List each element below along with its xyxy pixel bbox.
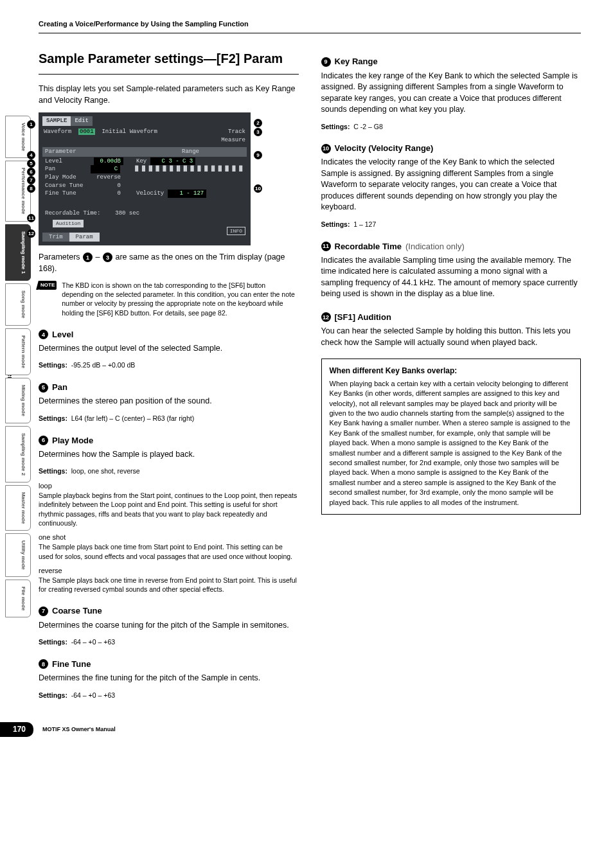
param-12-num: 12: [321, 312, 331, 322]
mode-tab-song[interactable]: Song mode: [5, 283, 31, 326]
callout-12: 12: [27, 229, 35, 238]
callout-11: 11: [27, 214, 35, 222]
lcd-pan-value: C: [91, 165, 120, 173]
param-12-title: [SF1] Audition: [335, 312, 391, 323]
lcd-fine-value: 0: [94, 190, 123, 198]
param-4-num: 4: [39, 330, 48, 339]
info-box-text: When playing back a certain key with a c…: [330, 379, 573, 508]
note-label: NOTE: [39, 281, 57, 290]
param-6-sub-0-h: loop: [39, 481, 299, 491]
callout-4: 4: [27, 151, 35, 159]
param-11-title: Recordable Time: [335, 241, 402, 252]
footer-label: MOTIF XS Owner's Manual: [42, 725, 116, 734]
param-12-body: You can hear the selected Sample by hold…: [321, 326, 582, 348]
callout-8: 8: [27, 184, 35, 193]
callout-2: 2: [254, 119, 262, 127]
lcd-coarse-label: Coarse Tune: [45, 182, 90, 190]
lcd-screenshot: 1 2 3 4 5 6 7 8 9 10 11 12 SAMPLE Edit W…: [39, 112, 251, 245]
lcd-key-label: Key: [136, 157, 147, 166]
mode-tab-file[interactable]: File mode: [5, 580, 31, 617]
param-9-title: Key Range: [335, 56, 378, 67]
lcd-rectime-value: 380 sec: [115, 209, 139, 218]
param-9-num: 9: [321, 57, 331, 67]
lcd-key-value: C 3 - C 3: [150, 157, 195, 166]
param-6-body: Determines how the Sample is played back…: [39, 449, 299, 461]
lcd-velocity-value: 1 - 127: [168, 190, 206, 198]
param-7-body: Determines the coarse tuning for the pit…: [39, 620, 299, 632]
trim-reference-text: Parameters 1 – 3 are same as the ones on…: [39, 252, 299, 274]
mode-tab-pattern[interactable]: Pattern mode: [5, 328, 31, 375]
lcd-tab-sample: SAMPLE: [42, 116, 71, 126]
lcd-fine-label: Fine Tune: [45, 190, 90, 198]
param-8-num: 8: [39, 659, 48, 669]
callout-6: 6: [27, 168, 35, 176]
param-8-title: Fine Tune: [52, 659, 91, 670]
lcd-waveform-label: Waveform: [44, 128, 71, 135]
lcd-rectime-label: Recordable Time:: [45, 209, 100, 218]
param-7-settings: -64 – +0 – +63: [71, 638, 115, 646]
param-4-body: Determines the output level of the selec…: [39, 343, 299, 355]
param-7-title: Coarse Tune: [52, 605, 102, 617]
param-9-settings: C -2 – G8: [353, 123, 383, 130]
callout-10: 10: [254, 184, 262, 193]
param-6-title: Play Mode: [52, 435, 93, 447]
param-8-settings: -64 – +0 – +63: [71, 691, 115, 699]
param-4-title: Level: [52, 329, 73, 341]
lcd-velocity-label: Velocity: [136, 190, 164, 198]
param-11-body: Indicates the available Sampling time us…: [321, 255, 582, 300]
param-9-body: Indicates the key range of the Key Bank …: [321, 71, 582, 116]
lcd-level-label: Level: [45, 157, 90, 166]
param-11-note: (Indication only): [405, 241, 465, 252]
param-5-num: 5: [39, 383, 48, 393]
lcd-bottom-tab-param: Param: [69, 233, 100, 242]
mode-tab-sampling2[interactable]: Sampling mode 2: [5, 426, 31, 483]
callout-1: 1: [27, 120, 35, 128]
callout-9: 9: [254, 151, 262, 159]
lcd-tab-edit: Edit: [71, 116, 93, 126]
param-6-settings: loop, one shot, reverse: [71, 467, 140, 475]
lcd-measure-label: Measure: [221, 137, 245, 143]
page-number: 170: [0, 722, 33, 737]
param-6-sub-1-t: The Sample plays back one time from Star…: [39, 542, 299, 560]
param-6-num: 6: [39, 436, 48, 445]
lcd-parameter-header: Parameter: [45, 148, 76, 156]
lcd-keyboard-graphic: ▐▌▐▌▐▌▐▌▐▌▐▌▐▌▐▌▐▌▐▌▐▌▐▌▐▌▐▌▐▌▐▌: [133, 165, 244, 173]
note-text: The KBD icon is shown on the tab corresp…: [62, 281, 298, 317]
section-title: Sample Parameter settings—[F2] Param: [39, 49, 299, 67]
param-6-sub-0-t: Sample playback begins from the Start po…: [39, 491, 299, 527]
param-10-title: Velocity (Velocity Range): [335, 143, 434, 154]
lcd-waveform-name: Initial Waveform: [102, 128, 157, 135]
param-5-settings: L64 (far left) – C (center) – R63 (far r…: [71, 414, 194, 422]
param-4-settings: -95.25 dB – +0.00 dB: [71, 361, 136, 369]
lcd-range-header: Range: [182, 148, 199, 156]
key-bank-info-box: When different Key Banks overlap: When p…: [321, 359, 582, 515]
lcd-bottom-tab-trim: Trim: [42, 233, 69, 242]
lcd-pan-label: Pan: [45, 165, 87, 173]
lcd-info-button: INFO: [227, 227, 245, 235]
param-10-body: Indicates the velocity range of the Key …: [321, 157, 582, 213]
param-8-body: Determines the fine tuning for the pitch…: [39, 673, 299, 684]
param-10-num: 10: [321, 144, 331, 154]
param-11-num: 11: [321, 242, 331, 251]
callout-3: 3: [254, 128, 262, 136]
param-5-title: Pan: [52, 382, 67, 393]
param-7-num: 7: [39, 607, 48, 616]
lcd-playmode-label: Play Mode: [45, 173, 90, 182]
info-box-heading: When different Key Banks overlap:: [330, 366, 573, 376]
lcd-coarse-value: 0: [94, 182, 123, 190]
mode-side-tabs: Voice mode Performance mode Sampling mod…: [5, 116, 31, 617]
lcd-playmode-value: reverse: [94, 173, 123, 182]
mode-tab-mixing[interactable]: Mixing mode: [5, 378, 31, 423]
param-6-sub-2-h: reverse: [39, 566, 299, 576]
param-5-body: Determines the stereo pan position of th…: [39, 396, 299, 407]
mode-tab-master[interactable]: Master mode: [5, 485, 31, 531]
lcd-audition-button: Audition: [53, 220, 84, 227]
callout-5: 5: [27, 159, 35, 168]
lcd-waveform-num: 0001: [78, 128, 95, 135]
lcd-track-label: Track: [228, 128, 245, 135]
callout-7: 7: [27, 176, 35, 184]
intro-text: This display lets you set Sample-related…: [39, 84, 299, 106]
page-header: Creating a Voice/Performance by Using th…: [39, 19, 581, 33]
lcd-level-value: 0.00dB: [94, 157, 123, 166]
mode-tab-utility[interactable]: Utility mode: [5, 533, 31, 577]
